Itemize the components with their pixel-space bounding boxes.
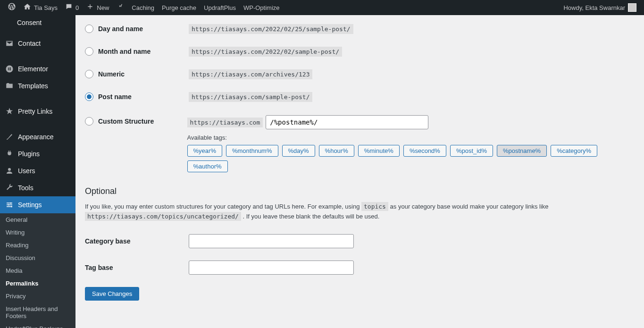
submenu-writing[interactable]: Writing [0,226,75,239]
sidebar-item-consent[interactable]: Consent [0,15,75,30]
permalink-option-month-name: Month and name https://tiasays.com/2022/… [85,47,635,56]
submenu-media[interactable]: Media [0,264,75,277]
permalink-option-post-name: Post name https://tiasays.com/sample-pos… [85,93,635,101]
sidebar-item-appearance[interactable]: Appearance [0,128,75,145]
submenu-insert-headers[interactable]: Insert Headers and Footers [0,303,75,320]
radio-numeric[interactable] [85,70,93,78]
category-base-input[interactable] [189,234,354,248]
category-base-label: Category base [85,237,189,245]
custom-structure-input[interactable] [266,115,428,129]
plug-icon [5,149,14,159]
submenu-permalinks[interactable]: Permalinks [0,277,75,290]
save-changes-button[interactable]: Save Changes [85,287,139,301]
tag-hour[interactable]: %hour% [319,145,354,157]
label-day-name: Day and name [98,25,143,33]
optional-heading: Optional [85,186,635,196]
radio-day-name[interactable] [85,25,93,33]
sidebar-item-users[interactable]: Users [0,162,75,179]
main-content: Day and name https://tiasays.com/2022/02… [75,15,644,320]
example-url-code: https://tiasays.com/topics/uncategorized… [85,212,241,221]
radio-custom[interactable] [85,117,93,126]
tags-row: %year% %monthnum% %day% %hour% %minute% … [187,145,635,172]
label-month-name: Month and name [98,48,151,55]
permalink-option-numeric: Numeric https://tiasays.com/archives/123 [85,70,635,78]
label-post-name: Post name [98,93,132,101]
avatar [628,3,636,12]
mail-icon [5,39,14,48]
sidebar-item-contact[interactable]: Contact [0,35,75,52]
comments-link[interactable]: 0 [61,0,83,15]
home-icon [24,3,31,12]
updraftplus-link[interactable]: UpdraftPlus [200,0,240,15]
wordpress-icon [8,2,16,13]
radio-month-name[interactable] [85,47,93,56]
submenu-discussion[interactable]: Discussion [0,252,75,264]
permalink-option-custom: Custom Structure https://tiasays.com Ava… [85,115,635,172]
my-account-link[interactable]: Howdy, Ekta Swarnkar [560,0,640,15]
admin-toolbar: Tia Says 0 New Caching Purge cache Updra… [0,0,644,15]
sidebar-item-pretty-links[interactable]: Pretty Links [0,103,75,120]
sidebar-item-settings[interactable]: Settings [0,196,75,213]
example-numeric: https://tiasays.com/archives/123 [189,69,312,79]
svg-point-2 [10,202,12,204]
example-topics-code: topics [361,202,388,211]
wp-optimize-link[interactable]: WP-Optimize [240,0,284,15]
tag-base-row: Tag base [85,261,635,275]
star-icon [5,107,14,116]
sidebar-item-plugins[interactable]: Plugins [0,145,75,162]
sidebar-item-tools[interactable]: Tools [0,179,75,196]
caching-link[interactable]: Caching [128,0,158,15]
label-numeric: Numeric [98,70,125,78]
settings-submenu: General Writing Reading Discussion Media… [0,213,75,320]
howdy-text: Howdy, Ekta Swarnkar [563,4,625,11]
svg-point-4 [11,206,12,207]
radio-post-name[interactable] [85,93,93,101]
tag-monthnum[interactable]: %monthnum% [226,145,278,157]
tag-base-label: Tag base [85,264,189,271]
comment-icon [65,3,73,12]
new-content-link[interactable]: New [83,0,113,15]
svg-point-1 [8,168,11,171]
purge-cache-link[interactable]: Purge cache [158,0,200,15]
wp-logo[interactable] [4,0,20,15]
tag-postname[interactable]: %postname% [497,145,547,157]
user-icon [5,166,14,176]
label-custom: Custom Structure [98,118,154,125]
sidebar-item-elementor[interactable]: Elementor [0,60,75,77]
brush-icon [5,132,14,142]
optional-help-text: If you like, you may enter custom struct… [85,202,604,222]
wrench-icon [5,183,14,193]
tag-category[interactable]: %category% [551,145,597,157]
custom-base-url: https://tiasays.com [187,118,263,127]
tag-post-id[interactable]: %post_id% [450,145,493,157]
submenu-reading[interactable]: Reading [0,239,75,252]
elementor-icon [5,64,14,74]
sliders-icon [5,200,14,210]
sidebar-item-templates[interactable]: Templates [0,77,75,94]
yoast-link[interactable] [113,0,128,15]
plus-icon [86,3,94,12]
available-tags-label: Available tags: [187,134,635,141]
tag-base-input[interactable] [189,261,354,275]
submenu-privacy[interactable]: Privacy [0,290,75,303]
permalink-option-day-name: Day and name https://tiasays.com/2022/02… [85,25,635,33]
example-day-name: https://tiasays.com/2022/02/25/sample-po… [189,24,353,34]
admin-sidebar: Consent Contact Elementor Templates Pret… [0,15,75,320]
tag-day[interactable]: %day% [282,145,315,157]
tag-second[interactable]: %second% [403,145,446,157]
tag-minute[interactable]: %minute% [358,145,400,157]
tag-author[interactable]: %author% [187,160,228,172]
site-name-link[interactable]: Tia Says [20,0,61,15]
svg-point-3 [8,204,9,206]
tag-year[interactable]: %year% [187,145,222,157]
new-label: New [97,4,109,11]
example-month-name: https://tiasays.com/2022/02/sample-post/ [189,47,342,57]
yoast-icon [117,3,124,12]
category-base-row: Category base [85,234,635,248]
site-name-text: Tia Says [34,4,58,11]
example-post-name: https://tiasays.com/sample-post/ [189,92,312,102]
submenu-general[interactable]: General [0,213,75,226]
comments-count: 0 [75,4,79,11]
folder-icon [5,81,14,91]
